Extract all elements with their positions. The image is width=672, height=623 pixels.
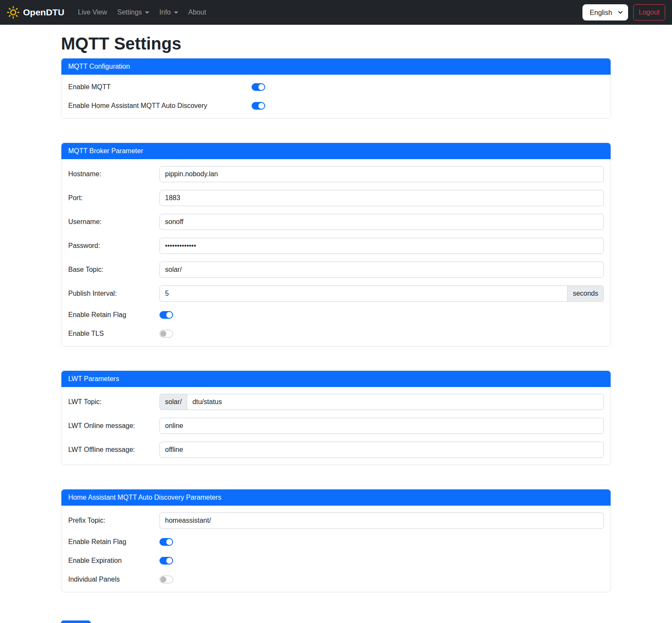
ha-retain-toggle[interactable] — [159, 538, 173, 546]
ha-expiration-toggle[interactable] — [159, 557, 173, 565]
port-label: Port: — [68, 194, 159, 202]
row-enable-tls: Enable TLS — [68, 328, 604, 339]
broker-retain-toggle[interactable] — [159, 311, 173, 319]
card-mqtt-broker-parameter: MQTT Broker Parameter Hostname: Port: Us… — [61, 143, 611, 346]
lwt-topic-prefix-addon: solar/ — [159, 394, 187, 410]
hostname-input[interactable] — [159, 166, 604, 182]
nav-about[interactable]: About — [185, 5, 210, 20]
navbar: OpenDTU Live View Settings Info About En… — [0, 0, 672, 25]
language-select[interactable]: English — [582, 4, 628, 20]
ha-retain-label: Enable Retain Flag — [68, 538, 159, 546]
individual-panels-label: Individual Panels — [68, 576, 159, 583]
enable-tls-label: Enable TLS — [68, 330, 159, 338]
row-password: Password: — [68, 238, 604, 254]
save-button[interactable]: Save — [61, 620, 91, 623]
card-lwt-parameters: LWT Parameters LWT Topic: solar/ LWT Onl… — [61, 370, 611, 465]
hostname-label: Hostname: — [68, 170, 159, 178]
card-header-mqtt-broker-parameter: MQTT Broker Parameter — [61, 143, 611, 159]
chevron-down-icon — [145, 12, 149, 14]
row-individual-panels: Individual Panels — [68, 574, 604, 585]
nav-settings-label: Settings — [117, 9, 142, 16]
row-hostname: Hostname: — [68, 166, 604, 182]
base-topic-label: Base Topic: — [68, 266, 159, 274]
prefix-topic-label: Prefix Topic: — [68, 517, 159, 524]
enable-ha-discovery-label: Enable Home Assistant MQTT Auto Discover… — [68, 102, 252, 110]
lwt-topic-input[interactable] — [187, 394, 604, 410]
enable-tls-toggle[interactable] — [159, 330, 173, 338]
lwt-topic-label: LWT Topic: — [68, 398, 159, 406]
row-lwt-online: LWT Online message: — [68, 418, 604, 434]
brand-link[interactable]: OpenDTU — [7, 6, 64, 19]
card-header-mqtt-configuration: MQTT Configuration — [61, 58, 611, 75]
lwt-online-label: LWT Online message: — [68, 422, 159, 430]
ha-expiration-label: Enable Expiration — [68, 557, 159, 565]
card-mqtt-configuration: MQTT Configuration Enable MQTT Enable Ho… — [61, 58, 611, 119]
nav-info-label: Info — [159, 9, 171, 16]
row-publish-interval: Publish Interval: seconds — [68, 285, 604, 302]
row-enable-ha-discovery: Enable Home Assistant MQTT Auto Discover… — [68, 100, 604, 111]
enable-ha-discovery-toggle[interactable] — [252, 102, 265, 110]
password-input[interactable] — [159, 238, 604, 254]
enable-mqtt-toggle[interactable] — [252, 83, 265, 91]
chevron-down-icon — [174, 12, 178, 14]
username-input[interactable] — [159, 214, 604, 230]
card-header-lwt-parameters: LWT Parameters — [61, 371, 611, 387]
lwt-offline-label: LWT Offline message: — [68, 446, 159, 454]
publish-interval-input[interactable] — [159, 285, 568, 302]
publish-interval-label: Publish Interval: — [68, 290, 159, 297]
nav-info[interactable]: Info — [156, 5, 182, 20]
sun-logo-icon — [7, 6, 20, 19]
row-lwt-topic: LWT Topic: solar/ — [68, 394, 604, 410]
row-ha-expiration: Enable Expiration — [68, 555, 604, 566]
lwt-online-input[interactable] — [159, 418, 604, 434]
nav-live-view[interactable]: Live View — [75, 5, 110, 20]
seconds-addon: seconds — [568, 285, 604, 302]
base-topic-input[interactable] — [159, 262, 604, 278]
card-header-ha-discovery-parameters: Home Assistant MQTT Auto Discovery Param… — [61, 489, 611, 506]
enable-mqtt-label: Enable MQTT — [68, 83, 252, 91]
port-input[interactable] — [159, 190, 604, 206]
row-username: Username: — [68, 214, 604, 230]
main-content: MQTT Settings MQTT Configuration Enable … — [61, 33, 611, 623]
card-ha-discovery-parameters: Home Assistant MQTT Auto Discovery Param… — [61, 489, 611, 592]
individual-panels-toggle[interactable] — [159, 576, 173, 583]
row-lwt-offline: LWT Offline message: — [68, 442, 604, 458]
nav-settings[interactable]: Settings — [114, 5, 153, 20]
row-prefix-topic: Prefix Topic: — [68, 512, 604, 529]
page-title: MQTT Settings — [61, 33, 611, 54]
brand-label: OpenDTU — [23, 7, 64, 17]
username-label: Username: — [68, 218, 159, 226]
logout-button[interactable]: Logout — [633, 4, 665, 20]
row-base-topic: Base Topic: — [68, 262, 604, 278]
broker-retain-label: Enable Retain Flag — [68, 311, 159, 319]
row-ha-retain: Enable Retain Flag — [68, 536, 604, 547]
row-port: Port: — [68, 190, 604, 206]
password-label: Password: — [68, 242, 159, 250]
row-broker-retain: Enable Retain Flag — [68, 309, 604, 320]
row-enable-mqtt: Enable MQTT — [68, 82, 604, 93]
prefix-topic-input[interactable] — [159, 512, 604, 529]
lwt-offline-input[interactable] — [159, 442, 604, 458]
